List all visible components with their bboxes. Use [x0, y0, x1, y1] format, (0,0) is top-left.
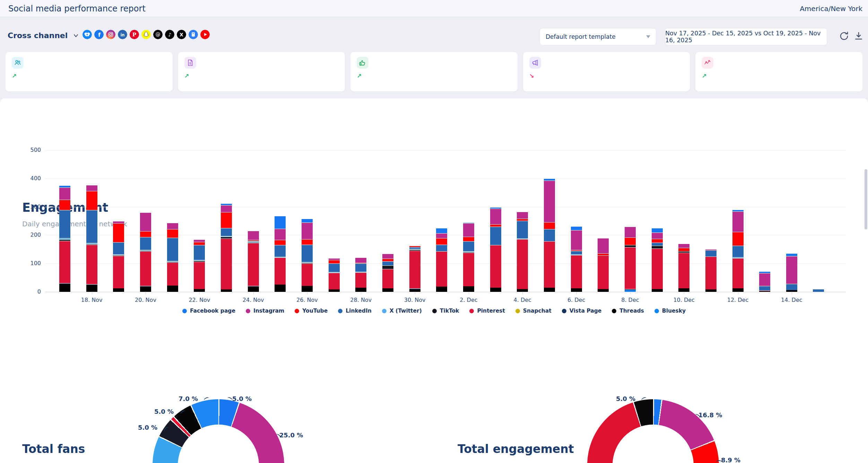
bar-segment	[140, 251, 151, 286]
bar-segment	[490, 227, 501, 245]
download-icon[interactable]	[853, 31, 864, 41]
bar-segment	[463, 237, 474, 241]
bar-segment	[59, 200, 70, 210]
legend-item-snapchat[interactable]: Snapchat	[515, 308, 552, 314]
trend-arrow-icon: ↗	[702, 72, 706, 79]
stacked-bar-19-nov	[113, 221, 124, 292]
legend-item-facebook-page[interactable]: Facebook page	[182, 308, 235, 314]
bar-segment	[759, 273, 770, 286]
stacked-bar-13-dec	[759, 271, 770, 292]
bar-segment	[652, 228, 663, 233]
legend-item-linkedin[interactable]: LinkedIn	[338, 308, 372, 314]
date-range-picker[interactable]: Nov 17, 2025 - Dec 15, 2025 vs Oct 19, 2…	[665, 28, 827, 45]
x-axis-tick	[630, 292, 631, 294]
timezone-label: America/New York	[800, 5, 862, 13]
bar-segment	[194, 289, 205, 292]
network-icon-row: finP@♪X	[83, 30, 210, 39]
bar-segment	[194, 242, 205, 245]
legend-label: YouTube	[302, 308, 328, 314]
instagram-icon[interactable]	[106, 30, 115, 39]
kpi-card-awareness: ↘	[523, 52, 690, 91]
y-axis-label: 0	[20, 288, 41, 295]
bar-segment	[275, 229, 286, 240]
bar-segment	[625, 237, 636, 245]
legend-label: Snapchat	[523, 308, 552, 314]
x-axis-label: 8. Dec	[621, 297, 639, 303]
donut-slice-label-threads: 5.0 %	[154, 408, 174, 415]
bar-segment	[355, 263, 366, 272]
bar-segment	[544, 181, 555, 222]
bar-segment	[248, 231, 259, 240]
bar-segment	[194, 262, 205, 289]
x-axis-label: 24. Nov	[243, 297, 264, 303]
trend-arrow-icon: ↘	[529, 72, 534, 79]
legend-dot	[382, 309, 387, 313]
stacked-bar-20-nov	[140, 212, 151, 292]
bluesky-icon[interactable]	[83, 30, 92, 39]
legend-item-bluesky[interactable]: Bluesky	[654, 308, 686, 314]
bar-segment	[652, 248, 663, 289]
bar-segment	[221, 289, 232, 292]
x-axis-tick	[469, 292, 469, 294]
total-engagement-subtitle: Total engagement across networks	[458, 462, 579, 463]
bar-segment	[167, 262, 178, 286]
bar-segment	[625, 247, 636, 289]
bar-segment	[86, 245, 97, 284]
linkedin-icon[interactable]: in	[118, 30, 127, 39]
bar-segment	[490, 245, 501, 288]
threads-icon[interactable]: @	[153, 30, 163, 39]
trend-arrow-icon: ↗	[184, 72, 189, 79]
bar-segment	[436, 233, 447, 238]
posts-icon	[184, 57, 196, 69]
snapchat-icon[interactable]	[141, 30, 151, 39]
bar-segment	[732, 258, 744, 289]
svg-text:X: X	[180, 32, 183, 37]
bar-segment	[705, 256, 717, 290]
chart-legend: Facebook page Instagram YouTube LinkedIn…	[0, 308, 868, 314]
stacked-bar-21-nov	[167, 223, 178, 292]
refresh-icon[interactable]	[839, 31, 849, 41]
bar-segment	[355, 288, 366, 292]
legend-item-vista-page[interactable]: Vista Page	[562, 308, 602, 314]
vista-page-icon[interactable]	[189, 30, 198, 39]
bar-segment	[436, 251, 447, 287]
youtube-icon[interactable]	[200, 30, 210, 39]
legend-item-x-twitter[interactable]: X (Twitter)	[382, 308, 422, 314]
bar-segment	[436, 238, 447, 245]
engagement-icon	[357, 57, 368, 69]
legend-label: Pinterest	[477, 308, 505, 314]
bar-segment	[571, 288, 582, 292]
legend-dot	[612, 309, 616, 313]
bar-segment	[786, 256, 797, 284]
x-axis-label: 20. Nov	[135, 297, 156, 303]
pinterest-icon[interactable]: P	[130, 30, 139, 39]
stacked-bar-25-nov	[275, 216, 286, 292]
report-template-value: Default report template	[546, 33, 616, 40]
bar-segment	[652, 289, 663, 292]
legend-item-instagram[interactable]: Instagram	[246, 308, 284, 314]
facebook-icon[interactable]: f	[94, 30, 104, 39]
top-header-bar: Social media performance report America/…	[0, 0, 868, 17]
x-axis-tick	[253, 292, 254, 294]
legend-item-threads[interactable]: Threads	[612, 308, 644, 314]
bar-segment	[113, 223, 124, 242]
legend-item-tiktok[interactable]: TikTok	[432, 308, 459, 314]
tiktok-icon[interactable]: ♪	[165, 30, 174, 39]
stacked-bar-1-dec	[436, 228, 447, 292]
legend-item-youtube[interactable]: YouTube	[295, 308, 328, 314]
stacked-bar-8-dec	[625, 227, 636, 292]
bar-segment	[571, 255, 582, 288]
bar-segment	[167, 223, 178, 229]
bar-segment	[463, 223, 474, 237]
legend-item-pinterest[interactable]: Pinterest	[469, 308, 505, 314]
bar-segment	[140, 231, 151, 237]
vertical-scrollbar[interactable]	[865, 169, 867, 229]
report-template-select[interactable]: Default report template	[540, 28, 656, 45]
x-twitter-icon[interactable]: X	[177, 30, 186, 39]
cross-channel-selector[interactable]: Cross channel	[8, 31, 79, 40]
bar-segment	[329, 263, 340, 272]
stacked-bar-30-nov	[409, 246, 420, 292]
svg-text:f: f	[98, 32, 101, 38]
legend-label: LinkedIn	[346, 308, 372, 314]
bar-segment	[194, 245, 205, 260]
